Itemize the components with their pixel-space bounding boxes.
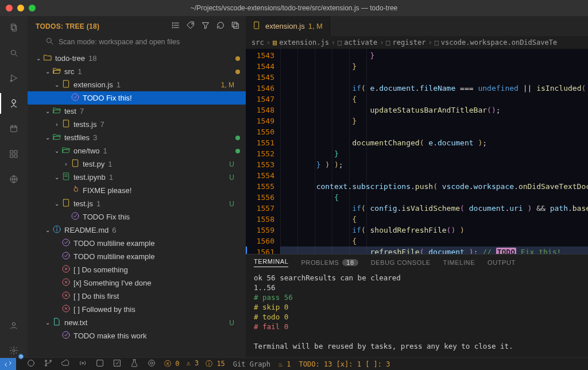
tree-row[interactable]: [ ] Do this first [28,290,246,303]
close-window-button[interactable] [6,5,13,11]
chevron-icon: › [53,121,61,128]
scan-mode-row[interactable]: Scan mode: workspace and open files [28,34,246,52]
tree-row[interactable]: [ ] Do something [28,263,246,276]
tree-row[interactable]: ⌄new.txtU [28,316,246,329]
status-flame[interactable]: ♨ 1 [278,360,291,368]
svg-point-6 [12,99,16,103]
code-line[interactable] [280,72,588,83]
panel-tab-output[interactable]: OUTPUT [488,259,516,266]
maximize-window-button[interactable] [29,5,36,11]
calendar-icon[interactable] [7,122,21,136]
tree-row[interactable]: ⌄README.md6 [28,223,246,237]
code-body[interactable]: } } if( e.document.fileName === undefine… [280,49,588,254]
tree-row[interactable]: TODO Fix this [28,210,246,223]
tree-label: README.md [64,226,109,234]
code-line[interactable]: } [280,50,588,61]
status-task-icon[interactable] [113,359,122,369]
refresh-icon[interactable] [216,21,225,32]
status-pref-icon[interactable] [95,359,105,369]
crumb[interactable]: src [252,38,264,47]
status-info[interactable]: ⓘ 15 [206,359,225,369]
minimize-window-button[interactable] [17,5,24,11]
tree-label: test.js [74,199,93,208]
account-icon[interactable] [7,318,21,332]
list-view-icon[interactable] [171,21,180,32]
tree-row[interactable]: [ ] Followed by this [28,303,246,316]
status-target-icon[interactable] [147,359,156,369]
code-line[interactable] [280,126,588,137]
tree-row[interactable]: ⌄test.ipynb1U [28,171,246,184]
settings-gear-icon[interactable] [7,344,21,357]
tree-row[interactable]: ⌄src1 [28,65,246,78]
terminal-output[interactable]: ok 56 searchResults can be cleared1..56#… [246,271,588,357]
tree-row[interactable]: TODO multiline example [28,250,246,263]
status-sync-icon[interactable] [26,359,36,369]
tree-row[interactable]: FIXME please! [28,184,246,197]
svg-marker-4 [11,75,17,82]
tree-row[interactable]: ›tests.js7 [28,118,246,131]
status-errors[interactable]: ⓧ 0 [164,359,179,369]
search-icon[interactable] [7,46,21,60]
tree-row[interactable]: TODO Fix this! [28,91,246,105]
filter-icon[interactable] [201,21,210,32]
tree-row[interactable]: [x] Something I've done [28,276,246,290]
tag-icon[interactable] [186,21,195,32]
code-line[interactable]: } [280,61,588,72]
code-line[interactable]: { [280,94,588,105]
code-line[interactable]: } [280,115,588,126]
tree-row[interactable]: ⌄testfiles3 [28,131,246,144]
status-branch-icon[interactable] [44,359,53,369]
code-line[interactable]: } [280,148,588,159]
tree-count: 1 [117,80,121,89]
code-line[interactable]: updateStatusBarAndTitleBar(); [280,105,588,115]
code-line[interactable]: { [280,214,588,225]
remote-indicator[interactable] [0,358,16,371]
collapse-all-icon[interactable] [231,21,240,32]
run-debug-icon[interactable] [7,71,21,85]
tree-row[interactable]: ⌄extension.js11, M [28,78,246,91]
crumb[interactable]: extension.js [279,38,329,47]
code-line[interactable]: } ) ); [280,159,588,170]
tree-row[interactable]: ⌄todo-tree18 [28,52,246,65]
tree-label: one/two [74,147,100,155]
explorer-icon[interactable] [7,21,21,34]
code-line[interactable]: documentChanged( e.document ); [280,137,588,148]
panel-tab-terminal[interactable]: TERMINAL [254,258,288,267]
breadcrumbs[interactable]: src› ▤ extension.js› ⬚ activate› ⬚ regis… [246,36,588,49]
tree-row[interactable]: ⌄test7 [28,105,246,118]
tree-count: 18 [88,54,96,63]
code-editor[interactable]: 1543154415451546154715481549155015511552… [246,49,588,254]
editor-tab[interactable]: extension.js 1, M [246,16,330,36]
tree-row[interactable]: TODO multiline example [28,237,246,250]
tree-row[interactable]: ⌄one/two1 [28,144,246,157]
status-beaker-icon[interactable] [130,359,139,369]
tree-label: [ ] Do something [74,265,128,274]
crumb[interactable]: register [393,38,426,47]
code-line[interactable]: refreshFile( document ); // TODO Fix thi… [280,246,588,254]
tree-label: [ ] Do this first [74,292,119,300]
panel-tab-debug[interactable]: DEBUG CONSOLE [371,259,431,266]
todo-tree-icon[interactable] [7,97,21,110]
status-cloud-icon[interactable] [61,359,70,369]
svg-rect-56 [114,360,121,367]
tree-row[interactable]: ⌄test.js1U [28,197,246,210]
code-line[interactable]: { [280,192,588,203]
remote-icon[interactable] [7,172,21,186]
crumb[interactable]: activate [344,38,377,47]
status-todos[interactable]: TODO: 13 [x]: 1 [ ]: 3 [299,360,390,368]
crumb[interactable]: vscode.workspace.onDidSaveTe [441,38,557,47]
code-line[interactable]: if( config.isValidScheme( document.uri )… [280,203,588,214]
status-git-graph[interactable]: Git Graph [233,360,270,368]
panel-tab-problems[interactable]: PROBLEMS 18 [301,259,358,266]
status-radio-icon[interactable] [78,359,87,369]
panel-tab-timeline[interactable]: TIMELINE [443,259,475,266]
extensions-icon[interactable] [7,147,21,161]
code-line[interactable] [280,170,588,181]
code-line[interactable]: { [280,236,588,246]
code-line[interactable]: if( shouldRefreshFile() ) [280,225,588,236]
tree-row[interactable]: TODO make this work [28,329,246,342]
code-line[interactable]: context.subscriptions.push( vscode.works… [280,181,588,192]
status-warnings[interactable]: ⚠ 3 [186,359,199,369]
tree-row[interactable]: ›test.py1U [28,157,246,171]
code-line[interactable]: if( e.document.fileName === undefined ||… [280,83,588,94]
